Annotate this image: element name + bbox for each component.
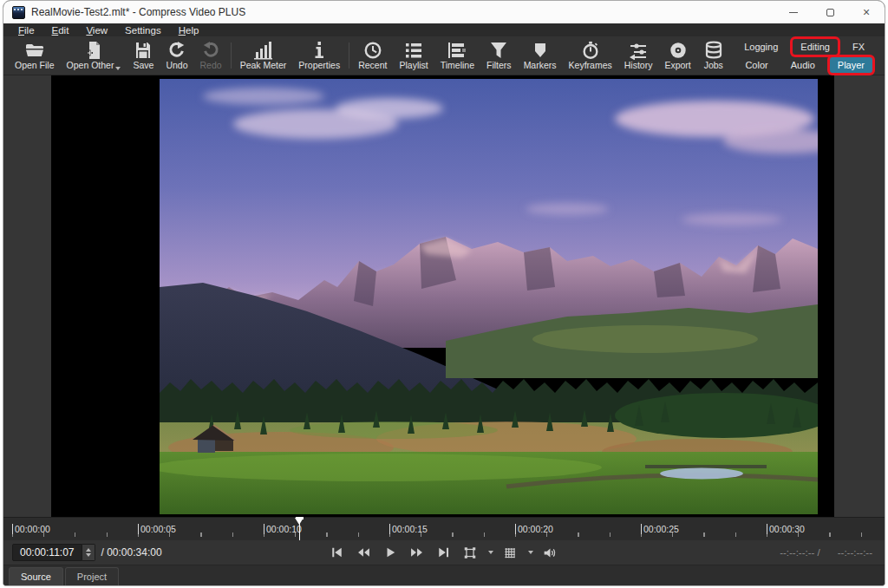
grid-dropdown-caret-icon[interactable] [528, 551, 533, 554]
filters-button[interactable]: Filters [480, 39, 518, 72]
stopwatch-icon [580, 41, 601, 60]
tracks-icon [447, 41, 467, 60]
toggle-player[interactable]: Player [830, 57, 872, 73]
floppy-icon [133, 41, 153, 60]
toolbar-label: History [624, 61, 653, 70]
open-file-button[interactable]: Open File [9, 39, 61, 72]
window-title: RealMovie-Test2.mlt* - Compress Video PL… [31, 6, 245, 18]
stack-icon [703, 41, 724, 60]
toolbar-label: Timeline [441, 61, 474, 70]
toolbar-separator [231, 42, 232, 69]
maximize-button[interactable] [812, 1, 848, 23]
selected-duration: --:--:--:-- / [780, 547, 820, 558]
minimize-button[interactable] [775, 1, 812, 23]
main-toolbar: Open File Open Other Save Undo Redo [3, 36, 885, 75]
playlist-button[interactable]: Playlist [393, 39, 434, 72]
video-frame [160, 79, 818, 514]
properties-button[interactable]: Properties [292, 39, 346, 72]
close-button[interactable]: × [848, 1, 885, 23]
menu-view[interactable]: View [78, 25, 115, 36]
recent-button[interactable]: Recent [352, 39, 393, 72]
peak-meter-button[interactable]: Peak Meter [234, 39, 293, 72]
redo-arrow-icon [200, 41, 221, 60]
player-controls: 00:00:11:07 / 00:00:34:00 [3, 540, 885, 565]
info-icon [309, 41, 330, 60]
toolbar-separator [349, 42, 349, 69]
menu-file[interactable]: File [10, 25, 42, 36]
toggle-editing[interactable]: Editing [793, 39, 838, 55]
toolbar-label: Properties [298, 61, 340, 70]
save-button[interactable]: Save [127, 39, 160, 72]
timeline-button[interactable]: Timeline [434, 39, 480, 72]
menu-settings[interactable]: Settings [117, 25, 169, 36]
toggle-logging[interactable]: Logging [736, 39, 786, 55]
toolbar-label: Playlist [399, 61, 428, 70]
spin-up-icon[interactable] [86, 548, 91, 552]
keyframes-button[interactable]: Keyframes [563, 39, 618, 72]
rewind-button[interactable] [353, 545, 375, 560]
menu-bar: File Edit View Settings Help [3, 23, 885, 36]
tab-source[interactable]: Source [9, 567, 63, 585]
grid-button[interactable] [500, 545, 520, 561]
video-preview-image [160, 79, 818, 514]
skip-end-button[interactable] [434, 545, 454, 560]
toolbar-label: Export [664, 61, 690, 70]
time-spinner[interactable] [82, 544, 95, 561]
time-ruler[interactable]: 00:00:00 00:00:05 00:00:10 00:00:15 00:0… [3, 517, 885, 540]
player-panel [3, 75, 885, 517]
ruler-label: 00:00:05 [138, 524, 176, 534]
ruler-label: 00:00:25 [641, 524, 679, 534]
current-time-field[interactable]: 00:00:11:07 [12, 544, 82, 561]
clock-icon [362, 41, 383, 60]
toolbar-label: Keyframes [569, 61, 612, 70]
total-duration: / 00:00:34:00 [101, 546, 162, 559]
toolbar-label: Save [133, 61, 153, 70]
skip-start-button[interactable] [327, 545, 347, 560]
video-stage[interactable] [51, 75, 834, 517]
play-button[interactable] [381, 545, 400, 560]
history-button[interactable]: History [618, 39, 659, 72]
fast-forward-button[interactable] [406, 545, 428, 560]
toolbar-label: Recent [358, 61, 387, 70]
in-out-duration: --:--:--:-- [838, 547, 872, 558]
undo-arrow-icon [166, 41, 187, 60]
zoom-dropdown-caret-icon[interactable] [488, 551, 493, 554]
toolbar-label: Open Other [67, 61, 114, 70]
marker-icon [530, 41, 551, 60]
dropdown-caret-icon [115, 67, 121, 70]
export-button[interactable]: Export [658, 39, 696, 72]
toolbar-label: Filters [486, 61, 512, 70]
toolbar-label: Peak Meter [240, 61, 287, 70]
spin-down-icon[interactable] [86, 553, 91, 557]
toolbar-label: Open File [15, 61, 55, 70]
tab-project[interactable]: Project [65, 567, 119, 585]
toolbar-label: Jobs [704, 61, 723, 70]
jobs-button[interactable]: Jobs [697, 39, 730, 72]
toggle-fx[interactable]: FX [845, 39, 872, 55]
title-bar: RealMovie-Test2.mlt* - Compress Video PL… [3, 1, 885, 23]
ruler-label: 00:00:15 [389, 524, 428, 534]
redo-button[interactable]: Redo [194, 39, 228, 72]
ruler-label: 00:00:20 [515, 524, 553, 534]
app-window: RealMovie-Test2.mlt* - Compress Video PL… [3, 0, 885, 586]
menu-edit[interactable]: Edit [44, 25, 77, 36]
playhead[interactable] [295, 518, 304, 540]
zoom-fit-button[interactable] [460, 545, 480, 561]
transport-bar [327, 540, 561, 565]
app-icon [12, 6, 25, 19]
sliders-icon [628, 41, 649, 60]
menu-help[interactable]: Help [171, 25, 207, 36]
player-tab-bar: Source Project [3, 565, 885, 586]
open-other-button[interactable]: Open Other [61, 39, 127, 72]
undo-button[interactable]: Undo [160, 39, 193, 72]
bars-icon [252, 41, 273, 60]
in-out-durations: --:--:--:-- / --:--:--:-- [780, 547, 872, 558]
funnel-icon [488, 41, 509, 60]
toggle-color[interactable]: Color [737, 57, 775, 73]
ruler-label: 00:00:30 [767, 524, 805, 534]
list-icon [403, 41, 424, 60]
disc-icon [668, 41, 689, 60]
toggle-audio[interactable]: Audio [783, 57, 823, 73]
volume-button[interactable] [539, 545, 561, 561]
markers-button[interactable]: Markers [518, 39, 563, 72]
